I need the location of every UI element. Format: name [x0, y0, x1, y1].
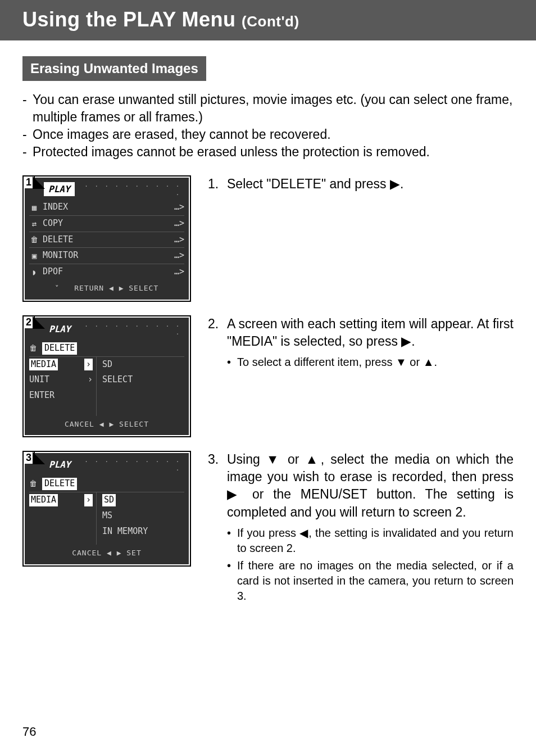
menu-item: COPY [43, 218, 63, 230]
arrow-icon: …> [174, 218, 184, 230]
step-3: 3 PLAY . . . . . . . . . . . 🗑 DELETE ME… [22, 451, 514, 605]
step-number-tab: 1 [22, 175, 35, 188]
copy-icon: ⇄ [29, 218, 39, 229]
down-arrow-icon: ˅ [55, 284, 60, 292]
setting-label: MEDIA [29, 494, 58, 506]
right-arrow-icon: ▶ [390, 176, 400, 191]
lcd-screen: ˄ PLAY . . . . . . . . . . . ▦INDEX…> ⇄C… [25, 178, 189, 300]
lcd-footer: CANCEL ◀ ▶ SELECT [29, 416, 184, 430]
left-arrow-icon: ◀ [299, 527, 308, 539]
intro-text: You can erase unwanted still pictures, m… [33, 91, 514, 126]
down-arrow-icon: ▼ [266, 452, 281, 467]
intro-item: -Protected images cannot be erased unles… [22, 143, 514, 161]
play-label: PLAY [44, 322, 75, 336]
intro-text: Once images are erased, they cannot be r… [33, 126, 331, 143]
step-number: 3. [208, 451, 227, 605]
bullet-text: . [434, 356, 437, 368]
setting-value: SELECT [102, 374, 133, 386]
arrow-icon: …> [174, 250, 184, 262]
lcd-screenshot-2: 2 PLAY . . . . . . . . . . . 🗑 DELETE ME… [22, 315, 191, 438]
lcd-screen: PLAY . . . . . . . . . . . 🗑 DELETE MEDI… [25, 453, 189, 564]
dot-strip: . . . . . . . . . . . [75, 321, 184, 337]
intro-list: -You can erase unwanted still pictures, … [22, 91, 514, 161]
setting-label: ENTER [29, 390, 54, 402]
option-value: IN MEMORY [102, 526, 148, 538]
dpof-icon: ◗ [29, 266, 39, 278]
arrow-icon: …> [174, 201, 184, 214]
page-header: Using the PLAY Menu (Cont'd) [0, 0, 536, 40]
chevron-right-icon: › [88, 374, 93, 386]
lcd-screenshot-1: 1 ˄ PLAY . . . . . . . . . . . ▦INDEX…> … [22, 175, 191, 302]
step-number-tab: 2 [22, 315, 35, 328]
page-number: 76 [22, 725, 36, 739]
index-icon: ▦ [29, 202, 39, 213]
trash-icon: 🗑 [29, 234, 39, 245]
trash-icon: 🗑 [29, 479, 37, 488]
dot-strip: . . . . . . . . . . . [75, 181, 184, 197]
play-label: PLAY [44, 458, 75, 472]
step-2: 2 PLAY . . . . . . . . . . . 🗑 DELETE ME… [22, 315, 514, 438]
title-main: Using the PLAY Menu [22, 8, 236, 31]
menu-item: INDEX [43, 201, 68, 214]
intro-item: -Once images are erased, they cannot be … [22, 126, 514, 143]
step-3-text: 3. Using ▼ or ▲, select the media on whi… [208, 451, 514, 605]
arrow-icon: …> [174, 266, 184, 278]
instruction-text: . [400, 176, 403, 191]
option-value: MS [102, 510, 112, 522]
bullet-text: To select a different item, press [237, 356, 396, 368]
arrow-icon: …> [174, 234, 184, 246]
instruction-text: Select "DELETE" and press [227, 176, 390, 191]
right-arrow-icon: ▶ [227, 487, 243, 501]
up-arrow-icon: ▲ [423, 356, 434, 368]
play-label: PLAY [44, 182, 75, 196]
menu-item: DPOF [43, 266, 63, 278]
submenu-title: DELETE [42, 478, 77, 490]
step-1-text: 1. Select "DELETE" and press ▶. [208, 175, 514, 193]
chevron-right-icon: › [84, 359, 93, 371]
menu-item: MONITOR [43, 250, 78, 262]
intro-item: -You can erase unwanted still pictures, … [22, 91, 514, 126]
instruction-text: . [411, 334, 415, 348]
section-heading: Erasing Unwanted Images [22, 56, 206, 81]
trash-icon: 🗑 [29, 343, 37, 352]
step-1: 1 ˄ PLAY . . . . . . . . . . . ▦INDEX…> … [22, 175, 514, 302]
step-2-text: 2. A screen with each setting item will … [208, 315, 514, 372]
down-arrow-icon: ▼ [396, 356, 407, 368]
right-arrow-icon: ▶ [401, 334, 411, 348]
up-arrow-icon: ▲ [305, 452, 320, 467]
instruction-text: or [281, 452, 305, 467]
setting-label: UNIT [29, 374, 49, 386]
setting-label: MEDIA [29, 359, 58, 371]
instruction-text: Using [227, 452, 266, 467]
content-area: Erasing Unwanted Images -You can erase u… [0, 40, 536, 606]
instruction-text: A screen with each setting item will app… [227, 316, 514, 348]
bullet-text: If there are no images on the media sele… [237, 558, 514, 604]
intro-text: Protected images cannot be erased unless… [33, 143, 430, 161]
step-number: 1. [208, 175, 227, 193]
step-number-tab: 3 [22, 451, 35, 464]
title-sub: (Cont'd) [242, 13, 299, 30]
lcd-footer: CANCEL ◀ ▶ SET [29, 545, 184, 559]
page-title: Using the PLAY Menu (Cont'd) [22, 8, 299, 31]
lcd-screen: PLAY . . . . . . . . . . . 🗑 DELETE MEDI… [25, 318, 189, 436]
monitor-icon: ▣ [29, 250, 39, 261]
setting-value: SD [102, 359, 112, 371]
lcd-screenshot-3: 3 PLAY . . . . . . . . . . . 🗑 DELETE ME… [22, 451, 191, 567]
dot-strip: . . . . . . . . . . . [75, 456, 184, 473]
submenu-title: DELETE [42, 342, 77, 355]
bullet-text: If you press [237, 527, 299, 539]
option-value: SD [102, 494, 116, 506]
menu-item: DELETE [43, 234, 73, 246]
bullet-text: or [407, 356, 423, 368]
chevron-right-icon: › [84, 494, 93, 506]
step-number: 2. [208, 315, 227, 372]
lcd-footer: RETURN ◀ ▶ SELECT [74, 284, 158, 292]
instruction-text: or the MENU/SET button. The setting is c… [227, 487, 514, 519]
